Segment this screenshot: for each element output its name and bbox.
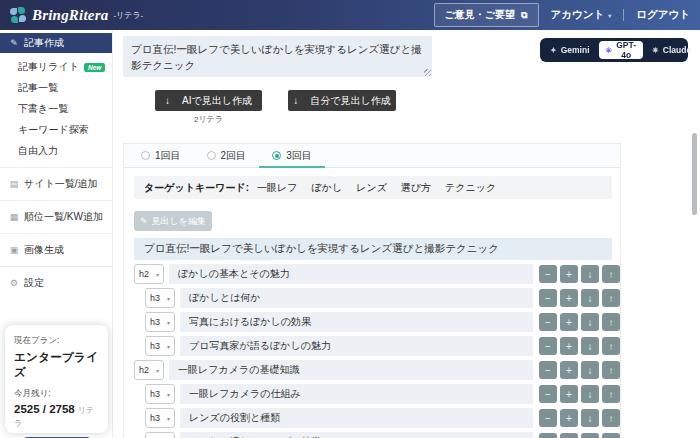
sidebar-item-keyword-explore[interactable]: キーワード探索	[0, 120, 112, 140]
sidebar-item-rank-list[interactable]: ▦ 順位一覧/KW追加	[0, 207, 112, 227]
feedback-label: ご意見・ご要望	[445, 8, 515, 22]
remove-heading-button[interactable]: −	[539, 361, 557, 379]
row-actions: − + ↓ ↑	[539, 313, 620, 331]
heading-level-select[interactable]: h2 ▾	[134, 360, 164, 380]
new-badge: New	[84, 63, 105, 72]
remove-heading-button[interactable]: −	[539, 313, 557, 331]
move-up-button[interactable]: ↑	[602, 433, 620, 438]
sidebar-item-drafts[interactable]: 下書き一覧	[0, 99, 112, 119]
sidebar-item-label: 下書き一覧	[18, 102, 68, 116]
brand: BringRitera -リテラ-	[10, 7, 143, 24]
heading-row: h3 ▾ ぼかしとは何か − + ↓ ↑	[134, 288, 620, 308]
heading-text-input[interactable]: ぼかしとは何か	[180, 288, 533, 308]
move-up-button[interactable]: ↑	[602, 265, 620, 283]
heading-text-input[interactable]: レンズの役割と種類	[180, 408, 533, 428]
heading-text-input[interactable]: ぼかしに適したレンズの特徴	[180, 432, 533, 438]
tab-attempt-2[interactable]: 2回目	[194, 144, 260, 167]
sidebar-item-label: 記事作成	[24, 36, 64, 50]
keyword: レンズ	[356, 181, 387, 195]
model-option-gpt4o[interactable]: ✳ GPT-4o	[599, 41, 644, 59]
sidebar-item-article-rewrite[interactable]: 記事リライト New	[0, 57, 112, 77]
remove-heading-button[interactable]: −	[539, 433, 557, 438]
logout-button[interactable]: ログアウト	[636, 8, 690, 22]
model-option-claude[interactable]: ✷ Claude	[645, 41, 698, 59]
move-down-button[interactable]: ↓	[581, 289, 599, 307]
remove-heading-button[interactable]: −	[539, 409, 557, 427]
add-heading-button[interactable]: +	[560, 337, 578, 355]
heading-level-select[interactable]: h3 ▾	[145, 336, 175, 356]
sidebar-item-image-generate[interactable]: ▣ 画像生成	[0, 240, 112, 260]
heading-level-select[interactable]: h3 ▾	[145, 384, 175, 404]
heading-level-select[interactable]: h3 ▾	[145, 288, 175, 308]
heading-text-input[interactable]: プロ写真家が語るぼかしの魅力	[180, 336, 533, 356]
tab-attempt-3[interactable]: 3回目	[259, 144, 325, 167]
credit-cost-note: 2リテラ	[155, 114, 262, 125]
external-link-icon: ⧉	[521, 10, 527, 21]
move-down-button[interactable]: ↓	[581, 385, 599, 403]
account-label: アカウント	[551, 8, 605, 22]
sidebar-item-article-list[interactable]: 記事一覧	[0, 78, 112, 98]
headings-list: h2 ▾ ぼかしの基本とその魅力 − + ↓ ↑ h3	[134, 264, 620, 438]
heading-level-value: h3	[150, 341, 160, 351]
sidebar-item-site-list[interactable]: ▤ サイト一覧/追加	[0, 174, 112, 194]
sidebar-item-label: 記事リライト	[18, 60, 79, 74]
tab-attempt-1[interactable]: 1回目	[128, 144, 194, 167]
add-heading-button[interactable]: +	[560, 433, 578, 438]
heading-level-select[interactable]: h3 ▾	[145, 432, 175, 438]
move-up-button[interactable]: ↑	[602, 385, 620, 403]
heading-level-value: h2	[139, 365, 149, 375]
sidebar-item-label: サイト一覧/追加	[24, 177, 97, 191]
move-up-button[interactable]: ↑	[602, 313, 620, 331]
add-heading-button[interactable]: +	[560, 265, 578, 283]
add-heading-button[interactable]: +	[560, 361, 578, 379]
generation-tab-panel: 1回目 2回目 3回目 ターゲットキーワード: 一眼レフ ぼかし レンズ 選び	[123, 143, 621, 438]
feedback-button[interactable]: ご意見・ご要望 ⧉	[434, 3, 539, 27]
remove-heading-button[interactable]: −	[539, 337, 557, 355]
sidebar-item-settings[interactable]: ⚙ 設定	[0, 273, 112, 293]
chevron-down-icon: ▾	[167, 319, 170, 326]
move-up-button[interactable]: ↑	[602, 337, 620, 355]
remove-heading-button[interactable]: −	[539, 265, 557, 283]
heading-level-select[interactable]: h3 ▾	[145, 408, 175, 428]
heading-text-input[interactable]: 一眼レフカメラの仕組み	[180, 384, 533, 404]
sidebar-divider	[0, 167, 112, 168]
add-heading-button[interactable]: +	[560, 385, 578, 403]
move-down-button[interactable]: ↓	[581, 409, 599, 427]
gpt4o-icon: ✳	[606, 46, 613, 55]
heading-text-input[interactable]: 一眼レフカメラの基礎知識	[169, 360, 533, 380]
heading-text-input[interactable]: 写真におけるぼかしの効果	[180, 312, 533, 332]
tab-bar: 1回目 2回目 3回目	[124, 144, 620, 168]
add-heading-button[interactable]: +	[560, 313, 578, 331]
model-option-gemini[interactable]: ✦ Gemini	[543, 41, 597, 59]
move-down-button[interactable]: ↓	[581, 313, 599, 331]
manual-headings-button[interactable]: ↓ 自分で見出し作成	[288, 90, 396, 111]
sidebar-divider	[0, 200, 112, 201]
heading-row: h3 ▾ 写真におけるぼかしの効果 − + ↓ ↑	[134, 312, 620, 332]
textarea-resize-handle[interactable]	[424, 69, 431, 76]
move-down-button[interactable]: ↓	[581, 337, 599, 355]
account-menu-button[interactable]: アカウント ▾	[551, 8, 612, 22]
move-down-button[interactable]: ↓	[581, 361, 599, 379]
heading-level-select[interactable]: h3 ▾	[145, 312, 175, 332]
ai-generate-headings-button[interactable]: ↓ AIで見出し作成	[155, 90, 262, 111]
page-scrollbar-thumb[interactable]	[692, 133, 697, 215]
heading-text-input[interactable]: ぼかしの基本とその魅力	[169, 264, 533, 284]
add-heading-button[interactable]: +	[560, 409, 578, 427]
remove-heading-button[interactable]: −	[539, 289, 557, 307]
plan-name: エンタープライズ	[14, 350, 99, 380]
move-up-button[interactable]: ↑	[602, 361, 620, 379]
heading-row: h3 ▾ ぼかしに適したレンズの特徴 − + ↓ ↑	[134, 432, 620, 438]
remaining-label: 今月残り:	[14, 388, 99, 400]
remove-heading-button[interactable]: −	[539, 385, 557, 403]
app-header: BringRitera -リテラ- ご意見・ご要望 ⧉ アカウント ▾ ログアウ…	[0, 0, 700, 30]
move-up-button[interactable]: ↑	[602, 289, 620, 307]
move-down-button[interactable]: ↓	[581, 265, 599, 283]
move-up-button[interactable]: ↑	[602, 409, 620, 427]
sidebar-item-free-input[interactable]: 自由入力	[0, 141, 112, 161]
move-down-button[interactable]: ↓	[581, 433, 599, 438]
article-title-input[interactable]: プロ直伝!一眼レフで美しいぼかしを実現するレンズ選びと撮影テクニック	[123, 36, 432, 77]
sidebar-item-article-create[interactable]: ✎ 記事作成	[0, 33, 112, 53]
add-heading-button[interactable]: +	[560, 289, 578, 307]
heading-level-select[interactable]: h2 ▾	[134, 264, 164, 284]
edit-headings-button[interactable]: ✎ 見出しを編集	[134, 211, 212, 231]
